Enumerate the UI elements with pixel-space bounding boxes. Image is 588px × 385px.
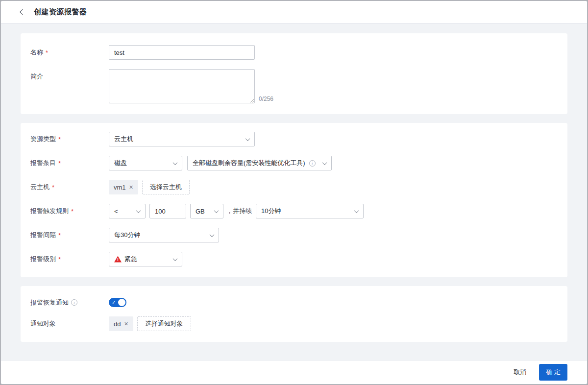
form-content: 名称 * 简介 0/256 资源类型 <box>1 24 587 360</box>
resource-type-label: 资源类型 * <box>30 135 109 144</box>
footer-actions: 取消 确 定 <box>1 360 587 384</box>
required-mark: * <box>58 136 61 143</box>
warning-icon: ! <box>114 256 122 263</box>
level-label: 报警级别 * <box>30 255 109 264</box>
chevron-down-icon <box>136 208 141 213</box>
intro-label: 简介 <box>30 69 109 81</box>
confirm-button[interactable]: 确 定 <box>539 364 567 381</box>
name-input[interactable] <box>109 45 255 60</box>
chevron-down-icon <box>173 256 178 261</box>
row-vm: 云主机 * vm1 × 选择云主机 <box>30 180 558 194</box>
notify-target-tag: dd × <box>109 316 133 331</box>
vm-tag: vm1 × <box>109 180 138 194</box>
page-title: 创建资源报警器 <box>34 7 87 17</box>
remove-tag-icon[interactable]: × <box>129 184 133 191</box>
card-basic-info: 名称 * 简介 0/256 <box>21 33 567 114</box>
row-resource-type: 资源类型 * 云主机 <box>30 132 558 146</box>
create-alarm-page: 创建资源报警器 名称 * 简介 0/256 <box>0 0 588 385</box>
recovery-notice-label: 报警恢复通知 i <box>30 298 109 307</box>
alarm-category-select[interactable]: 磁盘 <box>109 156 182 170</box>
intro-textarea[interactable] <box>109 69 255 103</box>
row-intro: 简介 0/256 <box>30 69 558 103</box>
chevron-down-icon <box>322 160 327 165</box>
chevron-down-icon <box>354 208 359 213</box>
select-notify-target-button[interactable]: 选择通知对象 <box>137 316 191 331</box>
name-label: 名称 * <box>30 48 109 57</box>
info-icon: i <box>309 160 316 167</box>
remove-tag-icon[interactable]: × <box>124 320 128 327</box>
chevron-down-icon <box>245 136 250 141</box>
recovery-notice-toggle[interactable]: ✓ <box>109 298 126 307</box>
row-recovery-notice: 报警恢复通知 i ✓ <box>30 298 558 307</box>
notify-target-label: 通知对象 <box>30 319 109 328</box>
row-trigger-rule: 报警触发规则 * < GB ，并持续 10分钟 <box>30 204 558 218</box>
row-level: 报警级别 * ! 紧急 <box>30 252 558 266</box>
info-icon: i <box>71 299 77 306</box>
required-mark: * <box>58 232 61 239</box>
alarm-metric-select[interactable]: 全部磁盘剩余容量(需安装性能优化工具) i <box>187 156 332 170</box>
chevron-down-icon <box>173 160 178 165</box>
row-interval: 报警间隔 * 每30分钟 <box>30 228 558 242</box>
card-notification: 报警恢复通知 i ✓ 通知对象 dd × <box>21 286 567 342</box>
cancel-button[interactable]: 取消 <box>514 368 526 377</box>
alarm-item-label: 报警条目 * <box>30 159 109 168</box>
unit-select[interactable]: GB <box>190 204 223 218</box>
toggle-knob <box>118 299 125 306</box>
char-counter: 0/256 <box>259 96 273 103</box>
chevron-down-icon <box>214 208 219 213</box>
page-header: 创建资源报警器 <box>1 1 587 24</box>
duration-select[interactable]: 10分钟 <box>256 204 364 218</box>
select-vm-button[interactable]: 选择云主机 <box>142 180 190 194</box>
row-notify-target: 通知对象 dd × 选择通知对象 <box>30 316 558 331</box>
card-alarm-rule: 资源类型 * 云主机 报警条目 * 磁盘 <box>21 123 567 277</box>
level-select[interactable]: ! 紧急 <box>109 252 182 266</box>
required-mark: * <box>71 208 74 215</box>
duration-prefix-text: ，并持续 <box>226 207 252 216</box>
required-mark: * <box>52 184 54 191</box>
interval-select[interactable]: 每30分钟 <box>109 228 219 242</box>
interval-label: 报警间隔 * <box>30 231 109 240</box>
chevron-down-icon <box>210 232 215 237</box>
back-icon[interactable] <box>20 9 26 15</box>
check-icon: ✓ <box>112 300 116 305</box>
threshold-input[interactable] <box>149 204 186 218</box>
required-mark: * <box>58 256 61 263</box>
vm-label: 云主机 * <box>30 183 109 192</box>
trigger-rule-label: 报警触发规则 * <box>30 207 109 216</box>
operator-select[interactable]: < <box>109 204 146 218</box>
required-mark: * <box>58 160 61 167</box>
row-name: 名称 * <box>30 45 558 60</box>
required-mark: * <box>46 49 48 56</box>
resource-type-select[interactable]: 云主机 <box>109 132 255 146</box>
row-alarm-item: 报警条目 * 磁盘 全部磁盘剩余容量(需安装性能优化工具) i <box>30 156 558 170</box>
